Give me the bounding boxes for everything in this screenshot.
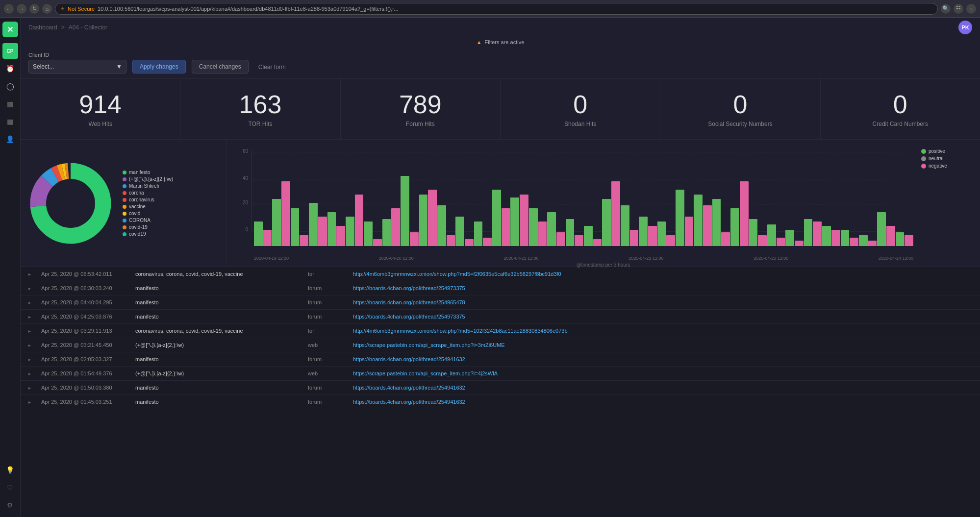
menu-button[interactable]: ≡ (966, 4, 976, 14)
bar-green-35 (896, 232, 905, 246)
avatar[interactable]: PK (958, 21, 972, 34)
breadcrumb-collector[interactable]: A04 - Collector (69, 24, 107, 31)
bar-pink-23 (685, 217, 694, 246)
legend-item-1: (+@["\.]\.[a-z]{2,}:\w) (123, 176, 173, 182)
table-row[interactable]: ▸ Apr 25, 2020 @ 01:45:03.251 manifesto … (21, 395, 980, 409)
table-row[interactable]: ▸ Apr 25, 2020 @ 06:53:42.011 coronaviru… (21, 267, 980, 281)
bar-green-2 (291, 208, 300, 246)
bar-green-3 (309, 203, 318, 246)
table-row[interactable]: ▸ Apr 25, 2020 @ 03:21:45.450 (+@["\.]\.… (21, 338, 980, 352)
sidebar-item-layers[interactable]: ▦ (2, 96, 18, 112)
col-url-4[interactable]: http://4m6omb3gmrmnwzxi.onion/show.php?m… (353, 328, 972, 334)
security-icon: ⚠ (60, 6, 65, 11)
expand-button-7[interactable]: ▸ (28, 371, 35, 376)
cancel-changes-button[interactable]: Cancel changes (192, 60, 249, 74)
metric-card-3: 0 Shodan Hits (501, 79, 660, 139)
bar-green-25 (712, 199, 721, 246)
expand-button-3[interactable]: ▸ (28, 314, 35, 320)
expand-button-0[interactable]: ▸ (28, 271, 35, 277)
bar-pink-7 (391, 208, 400, 246)
sidebar-item-person[interactable]: 👤 (2, 131, 18, 147)
metrics-row: 914 Web Hits 163 TOR Hits 789 Forum Hits… (21, 79, 980, 140)
expand-button-4[interactable]: ▸ (28, 328, 35, 334)
metric-label-1: TOR Hits (188, 121, 332, 127)
col-url-0[interactable]: http://4m6omb3gmrmnwzxi.onion/show.php?m… (353, 271, 972, 277)
bar-group-13 (492, 190, 510, 246)
x-label-3: 2020-04-22 12:00 (628, 256, 663, 261)
data-table: ▸ Apr 25, 2020 @ 06:53:42.011 coronaviru… (21, 267, 980, 517)
col-url-8[interactable]: https://boards.4chan.org/pol/thread/2549… (353, 385, 972, 391)
donut-chart (26, 154, 115, 252)
table-row[interactable]: ▸ Apr 25, 2020 @ 04:25:03.876 manifesto … (21, 310, 980, 324)
bar-green-29 (785, 230, 794, 246)
sidebar-item-settings[interactable]: ⚙ (2, 497, 18, 513)
client-id-select[interactable]: Select... ▼ (28, 60, 126, 74)
back-button[interactable]: ← (4, 4, 14, 14)
table-row[interactable]: ▸ Apr 25, 2020 @ 06:30:03.240 manifesto … (21, 281, 980, 295)
bar-group-10 (437, 205, 455, 246)
home-button[interactable]: ⌂ (42, 4, 52, 14)
col-source-3: forum (308, 314, 347, 320)
bar-pink-10 (447, 235, 455, 246)
col-url-6[interactable]: https://boards.4chan.org/pol/thread/2549… (353, 356, 972, 362)
clear-form-button[interactable]: Clear form (254, 61, 290, 74)
search-button[interactable]: 🔍 (941, 4, 951, 14)
bar-green-34 (877, 212, 886, 246)
col-tags-6: manifesto (135, 356, 302, 362)
bar-green-22 (657, 222, 666, 246)
bar-group-22 (657, 222, 675, 246)
metric-value-2: 789 (349, 91, 492, 119)
sidebar-item-cp[interactable]: CP (2, 43, 18, 59)
reload-button[interactable]: ↻ (29, 4, 39, 14)
legend-negative: negative (921, 163, 969, 169)
bar-green-21 (639, 217, 648, 246)
extensions-button[interactable]: ☷ (954, 4, 963, 14)
x-axis-label: @timestamp per 3 hours (234, 262, 972, 268)
sidebar-item-circle[interactable]: ◯ (2, 78, 18, 94)
bar-pink-27 (758, 235, 767, 246)
bar-green-33 (859, 235, 868, 246)
col-timestamp-5: Apr 25, 2020 @ 03:21:45.450 (41, 342, 129, 348)
table-row[interactable]: ▸ Apr 25, 2020 @ 03:29:11.913 coronaviru… (21, 324, 980, 338)
col-url-7[interactable]: https://scrape.pastebin.com/api_scrape_i… (353, 370, 972, 376)
apply-changes-button[interactable]: Apply changes (132, 60, 186, 74)
col-timestamp-6: Apr 25, 2020 @ 02:05:03.327 (41, 356, 129, 362)
legend-positive: positive (921, 148, 969, 154)
url-bar[interactable]: ⚠ Not Secure 10.0.0.100:5601/leargas/s/c… (55, 3, 938, 15)
bar-pink-22 (666, 235, 675, 246)
bar-green-15 (529, 208, 538, 246)
bar-group-26 (730, 181, 748, 246)
breadcrumb-dashboard[interactable]: Dashboard (28, 24, 57, 31)
bar-group-17 (566, 219, 583, 246)
sidebar-item-heart[interactable]: ♡ (2, 480, 18, 495)
svg-text:40: 40 (243, 175, 249, 181)
expand-button-8[interactable]: ▸ (28, 385, 35, 391)
expand-button-5[interactable]: ▸ (28, 343, 35, 348)
sidebar-item-grid[interactable]: ▦ (2, 114, 18, 129)
table-row[interactable]: ▸ Apr 25, 2020 @ 01:54:49.376 (+@["\.]\.… (21, 367, 980, 381)
col-url-1[interactable]: https://boards.4chan.org/pol/thread/2549… (353, 285, 972, 291)
metric-value-4: 0 (668, 91, 812, 119)
bar-green-26 (730, 208, 739, 246)
col-url-5[interactable]: https://scrape.pastebin.com/api_scrape_i… (353, 342, 972, 348)
col-url-3[interactable]: https://boards.4chan.org/pol/thread/2549… (353, 314, 972, 320)
sidebar-item-bulb[interactable]: 💡 (2, 462, 18, 478)
table-row[interactable]: ▸ Apr 25, 2020 @ 04:40:04.295 manifesto … (21, 295, 980, 310)
col-url-9[interactable]: https://boards.4chan.org/pol/thread/2549… (353, 399, 972, 405)
bar-pink-15 (538, 222, 547, 246)
bar-group-9 (419, 190, 437, 246)
table-row[interactable]: ▸ Apr 25, 2020 @ 01:50:03.380 manifesto … (21, 381, 980, 395)
table-row[interactable]: ▸ Apr 25, 2020 @ 02:05:03.327 manifesto … (21, 352, 980, 367)
expand-button-1[interactable]: ▸ (28, 286, 35, 291)
col-timestamp-3: Apr 25, 2020 @ 04:25:03.876 (41, 314, 129, 320)
col-url-2[interactable]: https://boards.4chan.org/pol/thread/2549… (353, 299, 972, 305)
bar-pink-5 (355, 195, 364, 246)
sidebar-item-clock[interactable]: ⏰ (2, 61, 18, 76)
expand-button-6[interactable]: ▸ (28, 357, 35, 362)
expand-button-2[interactable]: ▸ (28, 300, 35, 305)
donut-legend: manifesto (+@["\.]\.[a-z]{2,}:\w) Martin… (123, 170, 173, 237)
expand-button-9[interactable]: ▸ (28, 399, 35, 405)
bar-group-35 (896, 232, 913, 246)
forward-button[interactable]: → (17, 4, 26, 14)
bar-green-32 (841, 230, 850, 246)
